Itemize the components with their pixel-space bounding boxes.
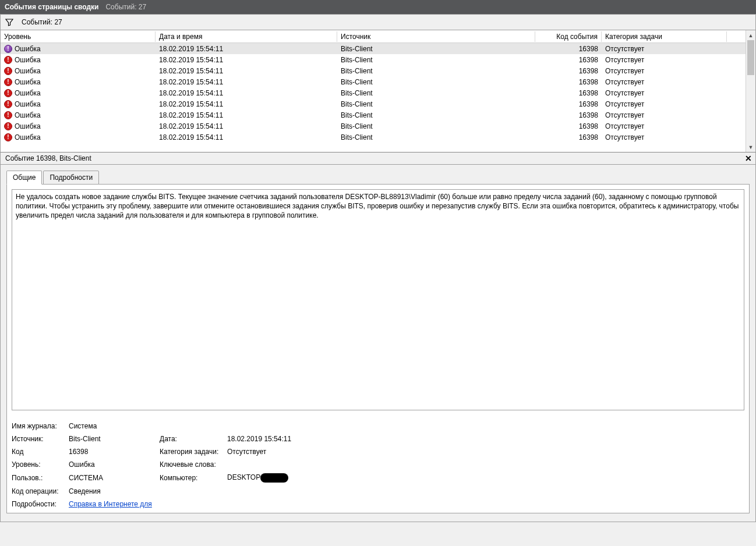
cell-source: Bits-Client — [337, 122, 535, 130]
value-computer: DESKTOP — [227, 473, 402, 483]
cell-level: !Ошибка — [1, 78, 156, 86]
scroll-track[interactable] — [746, 40, 755, 142]
level-text: Ошибка — [15, 100, 41, 108]
cell-date: 18.02.2019 15:54:11 — [156, 100, 337, 108]
table-row[interactable]: !Ошибка18.02.2019 15:54:11Bits-Client163… — [1, 54, 746, 65]
value-source: Bits-Client — [69, 435, 156, 443]
level-text: Ошибка — [15, 133, 41, 141]
level-text: Ошибка — [15, 45, 41, 53]
event-list: Уровень Дата и время Источник Код событи… — [0, 30, 756, 152]
col-header-date[interactable]: Дата и время — [156, 31, 337, 42]
error-icon: ! — [4, 45, 12, 53]
table-row[interactable]: !Ошибка18.02.2019 15:54:11Bits-Client163… — [1, 109, 746, 120]
level-text: Ошибка — [15, 122, 41, 130]
value-category: Отсутствует — [227, 448, 402, 456]
error-icon: ! — [4, 111, 12, 119]
cell-code: 16398 — [535, 133, 602, 141]
error-icon: ! — [4, 67, 12, 75]
label-keywords: Ключевые слова: — [160, 460, 224, 469]
event-properties: Имя журнала: Система Источник: Bits-Clie… — [12, 422, 744, 508]
filter-bar: Событий: 27 — [0, 14, 756, 30]
cell-source: Bits-Client — [337, 56, 535, 64]
vertical-scrollbar[interactable]: ▲ ▼ — [746, 30, 755, 152]
cell-date: 18.02.2019 15:54:11 — [156, 89, 337, 97]
cell-date: 18.02.2019 15:54:11 — [156, 133, 337, 141]
cell-source: Bits-Client — [337, 78, 535, 86]
level-text: Ошибка — [15, 56, 41, 64]
label-user: Пользов.: — [12, 474, 65, 482]
level-text: Ошибка — [15, 89, 41, 97]
cell-code: 16398 — [535, 67, 602, 75]
tab-details[interactable]: Подробности — [43, 171, 99, 185]
cell-level: !Ошибка — [1, 56, 156, 64]
scroll-up-arrow-icon[interactable]: ▲ — [746, 30, 755, 40]
value-code: 16398 — [69, 448, 156, 456]
cell-level: !Ошибка — [1, 122, 156, 130]
cell-code: 16398 — [535, 100, 602, 108]
cell-category: Отсутствует — [602, 78, 727, 86]
value-opcode: Сведения — [69, 487, 156, 495]
value-user: СИСТЕМА — [69, 474, 156, 482]
cell-level: !Ошибка — [1, 45, 156, 53]
cell-source: Bits-Client — [337, 111, 535, 119]
label-code: Код — [12, 448, 65, 456]
level-text: Ошибка — [15, 111, 41, 119]
table-row[interactable]: !Ошибка18.02.2019 15:54:11Bits-Client163… — [1, 76, 746, 87]
label-source: Источник: — [12, 435, 65, 443]
table-row[interactable]: !Ошибка18.02.2019 15:54:11Bits-Client163… — [1, 65, 746, 76]
label-level: Уровень: — [12, 460, 65, 469]
filter-icon[interactable] — [5, 18, 13, 26]
error-icon: ! — [4, 100, 12, 108]
cell-source: Bits-Client — [337, 100, 535, 108]
detail-tabs: Общие Подробности — [6, 171, 750, 185]
cell-date: 18.02.2019 15:54:11 — [156, 56, 337, 64]
cell-date: 18.02.2019 15:54:11 — [156, 111, 337, 119]
redacted-block — [260, 473, 288, 483]
col-header-source[interactable]: Источник — [337, 31, 535, 42]
event-message[interactable]: Не удалось создать новое задание службы … — [12, 189, 744, 410]
cell-date: 18.02.2019 15:54:11 — [156, 122, 337, 130]
cell-category: Отсутствует — [602, 111, 727, 119]
col-header-code[interactable]: Код события — [535, 31, 602, 42]
table-row[interactable]: !Ошибка18.02.2019 15:54:11Bits-Client163… — [1, 132, 746, 143]
cell-level: !Ошибка — [1, 67, 156, 75]
scroll-thumb[interactable] — [747, 40, 754, 75]
event-count-label: Событий: 27 — [22, 18, 62, 26]
error-icon: ! — [4, 89, 12, 97]
close-icon[interactable]: ✕ — [745, 154, 752, 162]
cell-code: 16398 — [535, 56, 602, 64]
help-link[interactable]: Справка в Интернете для — [69, 500, 152, 508]
table-row[interactable]: !Ошибка18.02.2019 15:54:11Bits-Client163… — [1, 87, 746, 98]
cell-category: Отсутствует — [602, 133, 727, 141]
tab-general[interactable]: Общие — [6, 171, 42, 185]
tab-body-general: Не удалось создать новое задание службы … — [6, 184, 750, 513]
label-category: Категория задачи: — [160, 448, 224, 456]
detail-title: Событие 16398, Bits-Client — [5, 154, 91, 162]
table-row[interactable]: !Ошибка18.02.2019 15:54:11Bits-Client163… — [1, 120, 746, 132]
label-opcode: Код операции: — [12, 487, 65, 495]
cell-code: 16398 — [535, 78, 602, 86]
table-row[interactable]: !Ошибка18.02.2019 15:54:11Bits-Client163… — [1, 43, 746, 54]
col-header-category[interactable]: Категория задачи — [602, 31, 727, 42]
error-icon: ! — [4, 122, 12, 130]
cell-level: !Ошибка — [1, 111, 156, 119]
value-date: 18.02.2019 15:54:11 — [227, 435, 402, 443]
cell-level: !Ошибка — [1, 89, 156, 97]
scroll-down-arrow-icon[interactable]: ▼ — [746, 142, 755, 152]
table-row[interactable]: !Ошибка18.02.2019 15:54:11Bits-Client163… — [1, 98, 746, 109]
cell-code: 16398 — [535, 111, 602, 119]
cell-code: 16398 — [535, 122, 602, 130]
window-subtitle: Событий: 27 — [105, 3, 146, 11]
cell-code: 16398 — [535, 89, 602, 97]
cell-category: Отсутствует — [602, 122, 727, 130]
label-more: Подробности: — [12, 500, 65, 508]
cell-date: 18.02.2019 15:54:11 — [156, 67, 337, 75]
detail-header: Событие 16398, Bits-Client ✕ — [0, 152, 756, 165]
label-date: Дата: — [160, 435, 224, 443]
title-bar: События страницы сводки Событий: 27 — [0, 0, 756, 14]
cell-level: !Ошибка — [1, 100, 156, 108]
error-icon: ! — [4, 133, 12, 141]
cell-source: Bits-Client — [337, 67, 535, 75]
col-header-level[interactable]: Уровень — [1, 31, 156, 42]
cell-source: Bits-Client — [337, 45, 535, 53]
